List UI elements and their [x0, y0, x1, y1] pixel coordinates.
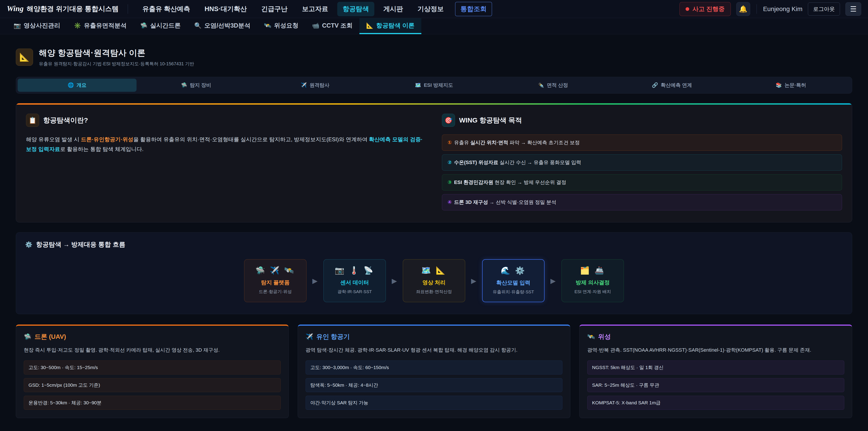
- subnav-label: 실시간드론: [150, 22, 181, 30]
- clipboard-icon: 📋: [29, 117, 37, 124]
- item-number: ①: [447, 140, 452, 145]
- drone-uav-card: 🛸 드론 (UAV) 현장 즉시 투입·저고도 정밀 촬영. 광학·적외선 카메…: [16, 325, 289, 418]
- panel-title: WING 항공탐색 목적: [459, 116, 522, 125]
- bell-icon: 🔔: [739, 5, 747, 13]
- logout-button[interactable]: 로그아웃: [808, 2, 840, 16]
- sensor-icons: 📷 🌡️ 📡: [327, 266, 382, 275]
- notification-bell-button[interactable]: 🔔: [736, 2, 750, 16]
- panel-title-row: 🎯 WING 항공탐색 목적: [442, 114, 842, 127]
- tab-label: 탐지 장비: [190, 82, 211, 89]
- flow-step-diffusion-model-input: 🌊 ⚙️ 확산모델 입력 유출위치·유출량·SST: [482, 259, 545, 302]
- tab-label: ESI 방제지도: [424, 82, 453, 89]
- subnav-label: CCTV 조회: [322, 22, 352, 30]
- sub-navbar: 📷 영상사진관리 ✳️ 유출유면적분석 🛸 실시간드론 🔍 오염/선박3D분석 …: [0, 18, 868, 34]
- subnav-item-pollution-ship-3d[interactable]: 🔍 오염/선박3D분석: [187, 18, 257, 34]
- books-icon: 📚: [776, 82, 782, 88]
- nav-item-oil-spill-prediction[interactable]: 유출유 확산예측: [137, 2, 195, 16]
- page-header-texts: 해양 항공탐색·원격탐사 이론 유출유 원격탐지·항공감시 기법·ESI 방제정…: [39, 48, 194, 67]
- subnav-label: 항공탐색 이론: [376, 22, 414, 30]
- overview-paragraph: 해양 유류오염 발생 시 드론·유인항공기·위성을 활용하여 유출유의 위치·면…: [26, 134, 426, 154]
- arrow-right-icon: ▶: [471, 277, 476, 285]
- item-text: 파악 → 확산예측 초기조건 보정: [508, 140, 580, 145]
- item-number: ②: [447, 160, 452, 165]
- panel-title: 항공탐색이란?: [43, 116, 88, 125]
- subnav-item-photo-management[interactable]: 📷 영상사진관리: [7, 18, 67, 34]
- spec-row: NGSST: 5km 해상도 · 일 1회 갱신: [587, 361, 844, 374]
- app-title: 해양환경 위기대응 통합시스템: [27, 4, 119, 13]
- hamburger-icon: ☰: [850, 5, 857, 13]
- card-title-row: 🛸 드론 (UAV): [24, 333, 281, 341]
- nav-item-emergency-rescue[interactable]: 긴급구난: [256, 2, 293, 16]
- drone-icon: 🛸: [181, 82, 187, 88]
- card-title: 유인 항공기: [316, 333, 350, 341]
- tab-label: 논문·특허: [784, 82, 806, 89]
- link-icon: 🔗: [652, 82, 658, 88]
- drone-icon: 🛸: [24, 333, 31, 340]
- clipboard-icon-chip: 📋: [26, 114, 39, 127]
- arrow-right-icon: ▶: [392, 277, 397, 285]
- subnav-item-aerial-search-theory[interactable]: 📐 항공탐색 이론: [360, 18, 421, 34]
- nav-item-reports[interactable]: 보고자료: [297, 2, 334, 16]
- spec-row: GSD: 1~5cm/px (100m 고도 기준): [24, 378, 281, 392]
- subnav-item-oil-area-analysis[interactable]: ✳️ 유출유면적분석: [67, 18, 133, 34]
- app-logo: Wing 해양환경 위기대응 통합시스템: [7, 4, 119, 13]
- highlight-orange-text: 드론·유인항공기·위성: [81, 136, 133, 143]
- satellite-card: 🛰️ 위성 광역·반복 관측. SST(NOAA AVHRR·NGSST)·SA…: [579, 325, 852, 418]
- page-subtitle: 유출유 원격탐지·항공감시 기법·ESI 방제정보지도·등록특허 10-1567…: [39, 61, 194, 67]
- nav-item-weather[interactable]: 기상정보: [412, 2, 449, 16]
- subnav-item-satellite-request[interactable]: 🛰️ 위성요청: [257, 18, 305, 34]
- wing-logo-text: Wing: [7, 4, 24, 13]
- gear-icon: ⚙️: [25, 241, 32, 248]
- wing-purpose-panel: 🎯 WING 항공탐색 목적 ①유출유 실시간 위치·면적 파악 → 확산예측 …: [442, 114, 842, 210]
- incident-status-badge[interactable]: 사고 진행중: [680, 2, 731, 16]
- triangle-ruler-icon: 📐: [20, 53, 30, 62]
- flow-header: ⚙️ 항공탐색 → 방제대응 통합 흐름: [25, 240, 843, 249]
- tab-prediction-linkage[interactable]: 🔗 확산예측 연계: [612, 79, 731, 92]
- item-bold-text: 드론 3D 재구성: [454, 199, 488, 205]
- platform-cards-row: 🛸 드론 (UAV) 현장 즉시 투입·저고도 정밀 촬영. 광학·적외선 카메…: [16, 325, 852, 418]
- tab-detection-equipment[interactable]: 🛸 탐지 장비: [136, 79, 255, 92]
- flow-step-sensor-data: 📷 🌡️ 📡 센서 데이터 광학·IR·SAR·SST: [323, 259, 386, 302]
- tab-area-calculation[interactable]: ✒️ 면적 산정: [493, 79, 612, 92]
- flow-step-title: 방제 의사결정: [565, 279, 620, 286]
- tab-label: 개요: [76, 82, 87, 89]
- nav-item-board[interactable]: 게시판: [378, 2, 408, 16]
- hamburger-menu-button[interactable]: ☰: [845, 2, 861, 16]
- item-bold-text: 실시간 위치·면적: [470, 140, 508, 145]
- item-bold-text: 수온(SST) 위성자료: [454, 160, 498, 165]
- magnifier-icon: 🔍: [194, 22, 202, 29]
- purpose-item-1: ①유출유 실시간 위치·면적 파악 → 확산예측 초기조건 보정: [442, 134, 842, 151]
- card-title-row: 🛰️ 위성: [587, 333, 844, 341]
- flow-step-subtitle: 광학·IR·SAR·SST: [327, 289, 382, 295]
- subnav-item-cctv[interactable]: 📹 CCTV 조회: [305, 18, 359, 34]
- item-bold-text: ESI 환경민감자원: [454, 180, 493, 185]
- card-description: 현장 즉시 투입·저고도 정밀 촬영. 광학·적외선 카메라 탑재, 실시간 영…: [24, 346, 281, 354]
- spec-row: 탐색폭: 5~50km · 체공: 4~8시간: [306, 378, 563, 392]
- target-icon-chip: 🎯: [442, 114, 455, 127]
- pen-icon: ✒️: [538, 82, 544, 88]
- map-icon: 🗺️: [415, 82, 421, 88]
- tab-remote-sensing[interactable]: ✈️ 원격탐사: [256, 79, 375, 92]
- arrow-right-icon: ▶: [312, 277, 318, 285]
- status-dot-icon: [686, 7, 689, 11]
- tab-esi-map[interactable]: 🗺️ ESI 방제지도: [375, 79, 493, 92]
- subnav-label: 영상사진관리: [24, 22, 60, 30]
- subnav-item-realtime-drone[interactable]: 🛸 실시간드론: [133, 18, 187, 34]
- section-tabstrip: 🌐 개요 🛸 탐지 장비 ✈️ 원격탐사 🗺️ ESI 방제지도 ✒️ 면적 산…: [16, 77, 852, 94]
- tab-overview[interactable]: 🌐 개요: [18, 79, 136, 92]
- subnav-label: 위성요청: [274, 22, 298, 30]
- nav-item-integrated-search[interactable]: 통합조회: [455, 2, 492, 16]
- flow-diagram: 🛸 ✈️ 🛰️ 탐지 플랫폼 드론·항공기·위성 ▶ 📷 🌡️ 📡 센서 데이터…: [25, 259, 843, 302]
- nav-item-hns-atmospheric[interactable]: HNS·대기확산: [199, 2, 252, 16]
- nav-item-aerial-search[interactable]: 항공탐색: [337, 2, 374, 16]
- purpose-item-2: ②수온(SST) 위성자료 실시간 수신 → 유출유 풍화모델 입력: [442, 154, 842, 171]
- spec-row: 야간·악기상 SAR 탐지 가능: [306, 396, 563, 410]
- paragraph-text: 로 활용하는 통합 탐색 체계입니다.: [60, 146, 144, 152]
- divider: [128, 4, 128, 14]
- tab-papers-patents[interactable]: 📚 논문·특허: [732, 79, 850, 92]
- main-nav: 유출유 확산예측 HNS·대기확산 긴급구난 보고자료 항공탐색 게시판 기상정…: [137, 2, 492, 16]
- card-title: 위성: [598, 333, 611, 341]
- divider: [756, 4, 757, 14]
- map-ruler-icons: 🗺️ 📐: [407, 266, 461, 275]
- top-navbar: Wing 해양환경 위기대응 통합시스템 유출유 확산예측 HNS·대기확산 긴…: [0, 0, 868, 18]
